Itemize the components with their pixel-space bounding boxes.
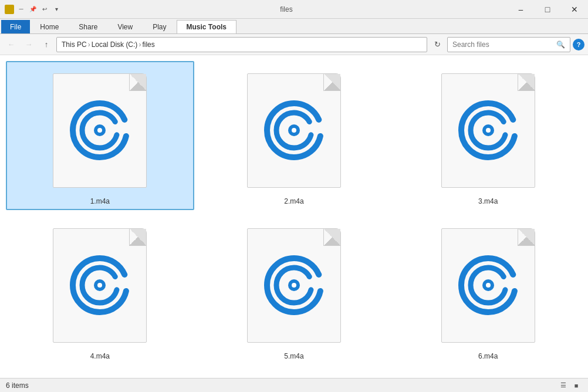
file-page [53, 73, 147, 188]
ribbon-tabs: File Home Share View Play Music Tools [0, 19, 588, 34]
close-button[interactable]: ✕ [561, 0, 588, 19]
search-icon: 🔍 [556, 40, 565, 49]
file-page [441, 73, 535, 188]
file-item[interactable]: 2.m4a [200, 61, 388, 210]
path-files: files [142, 40, 154, 49]
file-icon-wrapper [430, 66, 547, 195]
title-bar-left: ─ 📌 ↩ ▾ [0, 0, 66, 18]
restore-button[interactable]: □ [534, 0, 561, 19]
pin-quick-btn[interactable]: 📌 [28, 5, 38, 14]
undo-quick-btn[interactable]: ↩ [40, 5, 49, 14]
file-item[interactable]: 4.m4a [6, 216, 194, 365]
app-icon [5, 5, 14, 14]
file-item[interactable]: 5.m4a [200, 216, 388, 365]
window-controls: ‒ □ ✕ [507, 0, 588, 18]
grid-view-icon[interactable]: ■ [570, 380, 582, 391]
up-button[interactable]: ↑ [39, 37, 54, 52]
file-label: 5.m4a [284, 352, 303, 360]
tab-file[interactable]: File [1, 20, 30, 33]
tab-home[interactable]: Home [30, 20, 69, 33]
tab-play[interactable]: Play [143, 20, 176, 33]
file-item[interactable]: 3.m4a [394, 61, 582, 210]
content-area: 1.m4a 2.m4a [0, 55, 588, 378]
svg-point-23 [486, 283, 491, 288]
main-area: 1.m4a 2.m4a [0, 55, 588, 378]
file-icon-wrapper [41, 66, 158, 195]
svg-point-15 [97, 283, 102, 288]
svg-point-19 [292, 283, 296, 288]
file-label: 6.m4a [478, 352, 498, 360]
search-input[interactable] [452, 40, 554, 49]
file-item[interactable]: 6.m4a [394, 216, 582, 365]
minimize-button[interactable]: ‒ [507, 0, 534, 19]
file-page [441, 228, 535, 343]
path-this-pc: This PC [62, 40, 87, 49]
svg-point-11 [486, 128, 491, 133]
forward-button[interactable]: → [21, 37, 36, 52]
file-label: 4.m4a [90, 352, 110, 360]
file-page [247, 228, 341, 343]
search-box[interactable]: 🔍 [447, 37, 570, 52]
help-button[interactable]: ? [573, 39, 584, 50]
title-bar: ─ 📌 ↩ ▾ files ‒ □ ✕ [0, 0, 588, 19]
music-file-icon [67, 98, 132, 163]
music-file-icon [262, 98, 326, 163]
music-file-icon [262, 253, 326, 317]
tab-view[interactable]: View [107, 20, 143, 33]
path-local-disk: Local Disk (C:) [92, 40, 138, 49]
svg-point-7 [292, 128, 296, 133]
file-icon-wrapper [430, 221, 547, 350]
back-button[interactable]: ← [4, 37, 19, 52]
window-title: files [66, 0, 507, 18]
file-label: 3.m4a [478, 197, 498, 205]
tab-music-tools[interactable]: Music Tools [177, 20, 236, 33]
list-view-icon[interactable]: ☰ [557, 380, 569, 391]
address-bar: ← → ↑ This PC › Local Disk (C:) › files … [0, 34, 588, 55]
minimize-quick-btn[interactable]: ─ [16, 5, 26, 14]
file-label: 1.m4a [90, 197, 110, 205]
file-page [247, 73, 341, 188]
file-item[interactable]: 1.m4a [6, 61, 194, 210]
status-bar: 6 items ☰ ■ [0, 378, 588, 392]
view-icons: ☰ ■ [557, 380, 582, 391]
file-icon-wrapper [41, 221, 158, 350]
svg-point-3 [97, 128, 102, 133]
item-count: 6 items [6, 381, 29, 390]
file-icon-wrapper [235, 66, 353, 195]
file-page [53, 228, 147, 343]
music-file-icon [67, 253, 132, 317]
address-path[interactable]: This PC › Local Disk (C:) › files [56, 37, 427, 52]
file-label: 2.m4a [284, 197, 303, 205]
dropdown-quick-btn[interactable]: ▾ [52, 5, 61, 14]
music-file-icon [456, 253, 521, 317]
file-icon-wrapper [235, 221, 353, 350]
refresh-button[interactable]: ↻ [430, 37, 445, 52]
music-file-icon [456, 98, 521, 163]
tab-share[interactable]: Share [69, 20, 107, 33]
